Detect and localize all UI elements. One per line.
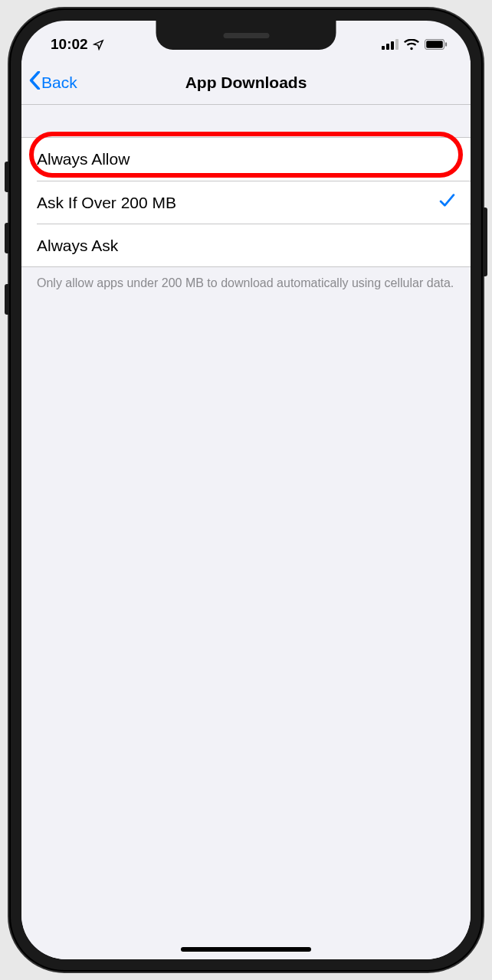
screen: 10:02 [21,21,471,959]
option-always-allow[interactable]: Always Allow [21,138,471,181]
svg-rect-0 [382,46,385,50]
options-list: Always Allow Ask If Over 200 MB Always A… [21,137,471,267]
page-title: App Downloads [185,74,307,92]
device-frame: 10:02 [9,8,483,972]
battery-icon [425,39,448,50]
status-time: 10:02 [51,36,88,53]
option-label: Always Allow [37,150,130,168]
footer-description: Only allow apps under 200 MB to download… [21,267,471,299]
svg-rect-6 [445,42,447,46]
svg-rect-2 [391,41,394,50]
chevron-left-icon [29,71,41,93]
option-ask-if-over-200mb[interactable]: Ask If Over 200 MB [37,181,471,224]
location-arrow-icon [93,39,104,51]
navigation-bar: Back App Downloads [21,60,471,105]
device-notch [156,21,336,50]
svg-rect-5 [426,41,443,48]
content-area: Always Allow Ask If Over 200 MB Always A… [21,105,471,959]
option-label: Ask If Over 200 MB [37,194,176,212]
option-label: Always Ask [37,237,118,255]
status-left: 10:02 [51,36,104,53]
wifi-icon [404,39,419,51]
back-button[interactable]: Back [29,71,77,93]
status-right [382,39,448,51]
checkmark-icon [439,193,455,213]
svg-rect-3 [395,39,399,50]
option-always-ask[interactable]: Always Ask [37,224,471,266]
svg-rect-1 [386,44,389,50]
back-label: Back [41,74,77,92]
cellular-signal-icon [382,39,399,50]
home-indicator[interactable] [181,947,311,952]
